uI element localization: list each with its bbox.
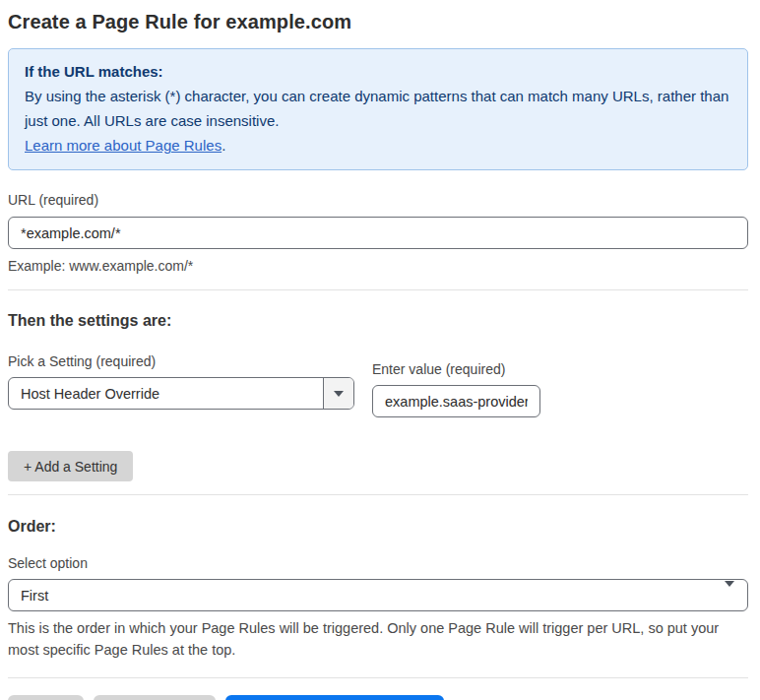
chevron-down-icon: [334, 391, 344, 397]
setting-row: Pick a Setting (required) Host Header Ov…: [8, 353, 748, 417]
url-match-info-box: If the URL matches: By using the asteris…: [8, 48, 748, 170]
learn-more-link[interactable]: Learn more about Page Rules: [25, 137, 222, 154]
order-help-text: This is the order in which your Page Rul…: [8, 617, 744, 661]
url-input[interactable]: [8, 217, 748, 249]
add-setting-button[interactable]: + Add a Setting: [8, 451, 133, 481]
divider: [8, 677, 748, 678]
order-select-label: Select option: [8, 555, 748, 571]
url-example-text: Example: www.example.com/*: [8, 258, 748, 274]
page-title: Create a Page Rule for example.com: [8, 11, 748, 33]
page-rule-form: Create a Page Rule for example.com If th…: [0, 0, 760, 700]
order-select[interactable]: First: [8, 579, 748, 611]
pick-setting-column: Pick a Setting (required) Host Header Ov…: [8, 353, 354, 410]
save-and-deploy-button[interactable]: Save and Deploy Page Rule: [225, 695, 444, 700]
divider: [8, 494, 748, 495]
enter-value-label: Enter value (required): [372, 361, 540, 377]
form-actions: Cancel Save as Draft Save and Deploy Pag…: [8, 695, 748, 700]
pick-setting-dropdown-button[interactable]: [323, 378, 353, 409]
divider: [8, 289, 748, 290]
cancel-button[interactable]: Cancel: [8, 695, 84, 700]
order-section-heading: Order:: [8, 518, 748, 536]
order-selected-value: First: [9, 588, 725, 604]
setting-value-input[interactable]: [372, 385, 540, 417]
info-box-body: By using the asterisk (*) character, you…: [25, 84, 731, 133]
info-box-heading: If the URL matches:: [25, 59, 731, 84]
chevron-down-icon: [725, 587, 747, 605]
enter-value-column: Enter value (required): [372, 361, 540, 417]
info-box-link-line: Learn more about Page Rules.: [25, 133, 731, 158]
pick-setting-label: Pick a Setting (required): [8, 353, 354, 369]
pick-setting-select[interactable]: Host Header Override: [8, 377, 354, 410]
settings-section-heading: Then the settings are:: [8, 312, 748, 330]
pick-setting-selected-value: Host Header Override: [9, 386, 323, 402]
save-as-draft-button[interactable]: Save as Draft: [94, 695, 216, 700]
url-field-label: URL (required): [8, 192, 98, 208]
link-period: .: [222, 137, 225, 154]
